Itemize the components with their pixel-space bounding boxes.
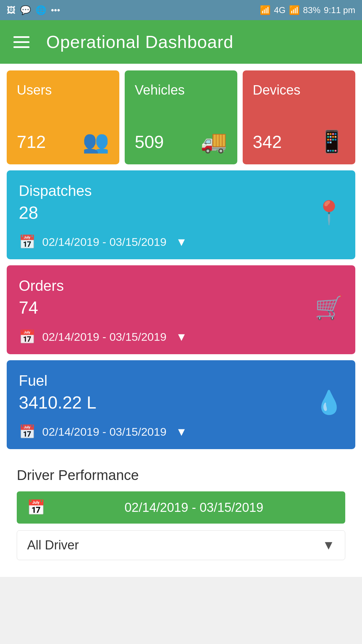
devices-icon: 📱 xyxy=(318,129,345,154)
users-count: 712 xyxy=(17,132,46,152)
hamburger-line-1 xyxy=(13,36,29,38)
whatsapp-icon: 💬 xyxy=(20,5,31,15)
app-bar-title: Operational Dashboard xyxy=(46,32,234,52)
fuel-row: 3410.22 L 💧 xyxy=(19,389,343,416)
orders-chevron-icon: ▼ xyxy=(176,330,187,343)
driver-date-button[interactable]: 📅 02/14/2019 - 03/15/2019 xyxy=(17,491,345,524)
vehicles-icon: 🚚 xyxy=(200,129,227,154)
dispatches-date: 02/14/2019 - 03/15/2019 xyxy=(42,235,167,249)
hamburger-line-3 xyxy=(13,46,29,48)
orders-count: 74 xyxy=(19,298,38,318)
users-card-bottom: 712 👥 xyxy=(17,129,109,154)
more-icon: ••• xyxy=(51,5,60,15)
users-icon: 👥 xyxy=(82,129,109,154)
main-content: Users 712 👥 Vehicles 509 🚚 Devices 342 📱… xyxy=(0,64,362,577)
orders-date: 02/14/2019 - 03/15/2019 xyxy=(42,330,167,343)
driver-calendar-icon: 📅 xyxy=(27,499,45,516)
hamburger-line-2 xyxy=(13,41,29,43)
driver-performance-section: Driver Performance 📅 02/14/2019 - 03/15/… xyxy=(7,455,355,570)
browser-icon: 🌐 xyxy=(36,5,46,15)
dispatches-row: 28 📍 xyxy=(19,199,343,226)
driver-date-range: 02/14/2019 - 03/15/2019 xyxy=(53,500,335,515)
fuel-count: 3410.22 L xyxy=(19,392,96,413)
dispatches-card[interactable]: Dispatches 28 📍 📅 02/14/2019 - 03/15/201… xyxy=(7,170,355,259)
orders-card[interactable]: Orders 74 🛒 📅 02/14/2019 - 03/15/2019 ▼ xyxy=(7,265,355,354)
dispatches-count: 28 xyxy=(19,203,38,223)
fuel-card[interactable]: Fuel 3410.22 L 💧 📅 02/14/2019 - 03/15/20… xyxy=(7,360,355,449)
status-bar-right: 📶 4G 📶 83% 9:11 pm xyxy=(260,5,355,15)
battery-label: 83% xyxy=(303,5,320,15)
time-label: 9:11 pm xyxy=(324,5,355,15)
fuel-date-row[interactable]: 📅 02/14/2019 - 03/15/2019 ▼ xyxy=(19,424,343,440)
orders-date-row[interactable]: 📅 02/14/2019 - 03/15/2019 ▼ xyxy=(19,329,343,345)
driver-performance-title: Driver Performance xyxy=(17,467,345,483)
devices-count: 342 xyxy=(253,132,282,152)
fuel-date: 02/14/2019 - 03/15/2019 xyxy=(42,425,167,438)
hamburger-menu[interactable] xyxy=(13,36,29,48)
devices-card-bottom: 342 📱 xyxy=(253,129,345,154)
vehicles-count: 509 xyxy=(135,132,164,152)
4g-label: 4G xyxy=(274,5,286,15)
vehicles-card-bottom: 509 🚚 xyxy=(135,129,227,154)
dispatches-calendar-icon: 📅 xyxy=(19,234,36,250)
users-card-title: Users xyxy=(17,83,109,98)
dispatches-label: Dispatches xyxy=(19,182,92,199)
orders-row: 74 🛒 xyxy=(19,294,343,321)
orders-calendar-icon: 📅 xyxy=(19,329,36,345)
users-card[interactable]: Users 712 👥 xyxy=(7,70,119,164)
signal-bars: 📶 xyxy=(289,5,300,15)
vehicles-card-title: Vehicles xyxy=(135,83,227,98)
fuel-icon: 💧 xyxy=(315,389,343,416)
status-bar-left: 🖼 💬 🌐 ••• xyxy=(7,5,60,15)
image-icon: 🖼 xyxy=(7,5,15,15)
driver-dropdown-chevron-icon: ▼ xyxy=(322,538,335,552)
sim-icon: 📶 xyxy=(260,5,270,15)
driver-dropdown-label: All Driver xyxy=(27,538,79,552)
orders-icon: 🛒 xyxy=(315,294,343,321)
app-bar: Operational Dashboard xyxy=(0,20,362,64)
dispatches-chevron-icon: ▼ xyxy=(176,235,187,249)
fuel-chevron-icon: ▼ xyxy=(176,425,187,438)
driver-dropdown[interactable]: All Driver ▼ xyxy=(17,530,345,560)
fuel-label: Fuel xyxy=(19,372,48,389)
dispatches-date-row[interactable]: 📅 02/14/2019 - 03/15/2019 ▼ xyxy=(19,234,343,250)
fuel-calendar-icon: 📅 xyxy=(19,424,36,440)
orders-label: Orders xyxy=(19,277,64,294)
dispatches-icon: 📍 xyxy=(315,199,343,226)
top-cards-row: Users 712 👥 Vehicles 509 🚚 Devices 342 📱 xyxy=(7,70,355,164)
vehicles-card[interactable]: Vehicles 509 🚚 xyxy=(125,70,237,164)
devices-card[interactable]: Devices 342 📱 xyxy=(243,70,355,164)
devices-card-title: Devices xyxy=(253,83,345,98)
status-bar: 🖼 💬 🌐 ••• 📶 4G 📶 83% 9:11 pm xyxy=(0,0,362,20)
